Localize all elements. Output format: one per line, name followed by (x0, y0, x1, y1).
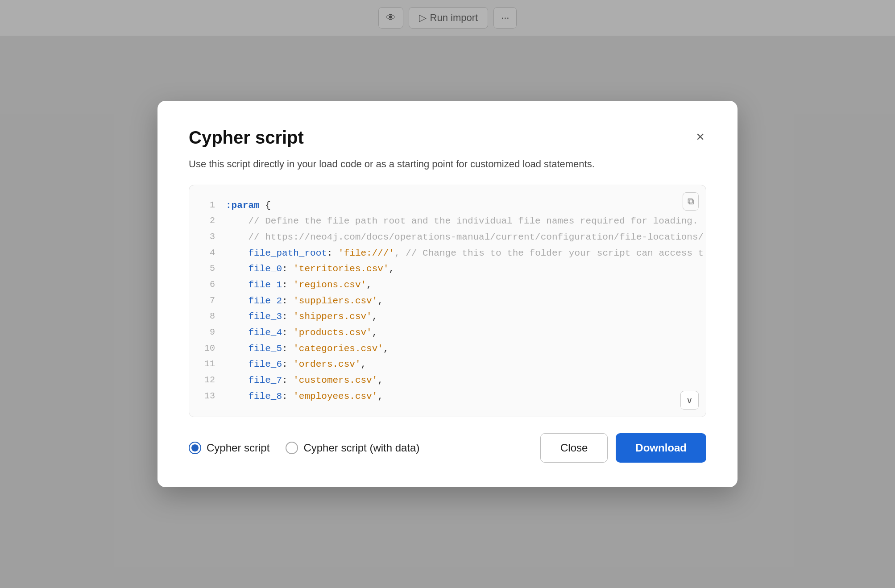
code-line: 13 file_8: 'employees.csv', (203, 389, 679, 405)
line-number: 7 (203, 293, 226, 309)
code-token: file_6 (248, 356, 282, 373)
code-container: ⧉ 1:param {2 // Define the file path roo… (189, 185, 706, 418)
code-token: file_0 (248, 261, 282, 277)
radio-circle-unchecked (286, 442, 298, 454)
line-number: 4 (203, 245, 226, 261)
code-token: : (282, 293, 293, 309)
modal-footer: Cypher script Cypher script (with data) … (189, 433, 706, 463)
code-token: file_8 (248, 389, 282, 405)
chevron-down-icon: ∨ (686, 395, 693, 405)
close-button[interactable]: Close (540, 433, 608, 463)
line-number: 6 (203, 277, 226, 293)
code-token (226, 277, 248, 293)
code-token: 'suppliers.csv' (293, 293, 377, 309)
code-token: 'regions.csv' (293, 277, 366, 293)
code-token (226, 389, 248, 405)
code-token: 'shippers.csv' (293, 309, 372, 325)
code-token (226, 261, 248, 277)
radio-cypher-script-data-label: Cypher script (with data) (303, 442, 419, 454)
code-token (226, 293, 248, 309)
code-token: file_1 (248, 277, 282, 293)
code-line: 4 file_path_root: 'file:///', // Change … (203, 245, 679, 261)
code-token: : (282, 309, 293, 325)
code-token: 'file:///' (338, 245, 394, 261)
code-line: 1:param { (203, 198, 679, 214)
code-token: file_7 (248, 373, 282, 389)
code-token: : (282, 356, 293, 373)
code-token: : (282, 341, 293, 357)
code-token: 'orders.csv' (293, 356, 360, 373)
modal-title: Cypher script (189, 128, 304, 148)
code-line: 11 file_6: 'orders.csv', (203, 356, 679, 373)
code-token: : (282, 373, 293, 389)
code-token (226, 373, 248, 389)
code-token (226, 245, 248, 261)
code-token: , (377, 373, 383, 389)
radio-group: Cypher script Cypher script (with data) (189, 442, 419, 454)
code-token: file_5 (248, 341, 282, 357)
line-number: 3 (203, 229, 226, 245)
code-token: , (389, 261, 395, 277)
radio-circle-checked (189, 442, 201, 454)
line-number: 8 (203, 309, 226, 325)
code-token (226, 325, 248, 341)
code-token: { (260, 198, 271, 214)
code-token: , (361, 356, 367, 373)
line-number: 2 (203, 213, 226, 229)
cypher-script-modal: Cypher script × Use this script directly… (157, 101, 738, 488)
code-token: , (377, 293, 383, 309)
code-token: : (282, 261, 293, 277)
code-block: 1:param {2 // Define the file path root … (189, 185, 706, 417)
close-icon-button[interactable]: × (694, 128, 706, 145)
code-token: file_path_root (248, 245, 327, 261)
code-line: 8 file_3: 'shippers.csv', (203, 309, 679, 325)
code-line: 5 file_0: 'territories.csv', (203, 261, 679, 277)
code-token: , (372, 309, 378, 325)
code-token: : (327, 245, 338, 261)
code-token: // https://neo4j.com/docs/operations-man… (226, 229, 704, 245)
code-token: , // Change this to the folder your scri… (394, 245, 704, 261)
code-line: 12 file_7: 'customers.csv', (203, 373, 679, 389)
scroll-down-button[interactable]: ∨ (680, 391, 699, 410)
code-token (226, 309, 248, 325)
code-token (226, 356, 248, 373)
code-token: , (383, 341, 389, 357)
code-token: // Define the file path root and the ind… (226, 213, 698, 229)
radio-cypher-script-label: Cypher script (207, 442, 269, 454)
code-token: file_4 (248, 325, 282, 341)
code-line: 9 file_4: 'products.csv', (203, 325, 679, 341)
copy-button[interactable]: ⧉ (683, 192, 699, 211)
line-number: 12 (203, 373, 226, 389)
code-token: : (282, 325, 293, 341)
line-number: 5 (203, 261, 226, 277)
code-token: , (366, 277, 372, 293)
code-token: : (282, 389, 293, 405)
button-group: Close Download (540, 433, 706, 463)
line-number: 10 (203, 341, 226, 357)
modal-header: Cypher script × (189, 128, 706, 148)
code-token: 'employees.csv' (293, 389, 377, 405)
code-token: : (282, 277, 293, 293)
code-token (226, 341, 248, 357)
line-number: 9 (203, 325, 226, 341)
code-token: , (372, 325, 378, 341)
line-number: 11 (203, 356, 226, 373)
code-line: 3 // https://neo4j.com/docs/operations-m… (203, 229, 679, 245)
line-number: 13 (203, 389, 226, 405)
download-button[interactable]: Download (616, 433, 706, 463)
radio-cypher-script[interactable]: Cypher script (189, 442, 269, 454)
code-line: 6 file_1: 'regions.csv', (203, 277, 679, 293)
code-token: :param (226, 198, 260, 214)
radio-cypher-script-data[interactable]: Cypher script (with data) (286, 442, 419, 454)
modal-subtitle: Use this script directly in your load co… (189, 157, 706, 171)
code-line: 10 file_5: 'categories.csv', (203, 341, 679, 357)
code-token: file_3 (248, 309, 282, 325)
code-token: 'categories.csv' (293, 341, 383, 357)
code-line: 7 file_2: 'suppliers.csv', (203, 293, 679, 309)
code-token: 'customers.csv' (293, 373, 377, 389)
code-token: 'territories.csv' (293, 261, 389, 277)
code-token: file_2 (248, 293, 282, 309)
code-line: 2 // Define the file path root and the i… (203, 213, 679, 229)
copy-icon: ⧉ (688, 196, 694, 206)
code-token: 'products.csv' (293, 325, 372, 341)
